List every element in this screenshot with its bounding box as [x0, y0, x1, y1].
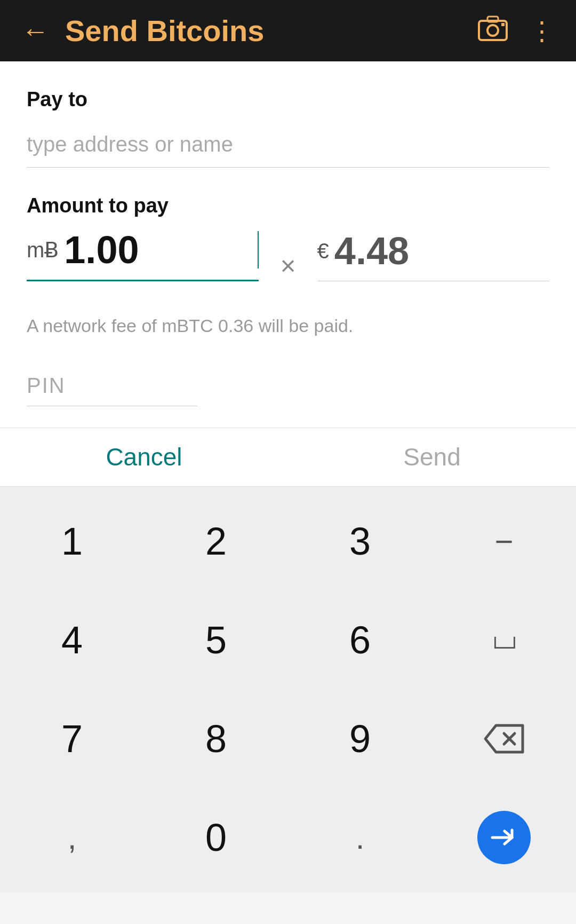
- fiat-value: 4.48: [334, 229, 409, 273]
- pay-to-section: Pay to: [27, 88, 549, 168]
- amount-row: mɃ 1.00 × € 4.48: [27, 228, 549, 281]
- key-enter[interactable]: [432, 788, 576, 887]
- amount-fiat-field: € 4.48: [317, 229, 549, 281]
- fiat-symbol: €: [317, 239, 329, 263]
- keyboard: 1 2 3 − 4 5 6 ⌴ 7 8 9 , 0 .: [0, 487, 576, 893]
- header-actions: ⋮: [478, 14, 555, 47]
- svg-point-1: [487, 25, 498, 36]
- text-cursor: [258, 231, 259, 268]
- fee-notice: A network fee of mBTC 0.36 will be paid.: [27, 313, 549, 339]
- pay-to-input[interactable]: [27, 122, 549, 168]
- key-9[interactable]: 9: [288, 690, 432, 788]
- amount-label: Amount to pay: [27, 194, 549, 217]
- key-period[interactable]: .: [288, 788, 432, 887]
- key-space[interactable]: ⌴: [432, 591, 576, 690]
- key-4[interactable]: 4: [0, 591, 144, 690]
- key-0[interactable]: 0: [144, 788, 288, 887]
- main-content: Pay to Amount to pay mɃ 1.00 × € 4.48 A …: [0, 61, 576, 428]
- header: ← Send Bitcoins ⋮: [0, 0, 576, 61]
- cancel-button[interactable]: Cancel: [0, 428, 288, 486]
- keyboard-row-1: 1 2 3 −: [0, 492, 576, 591]
- key-comma[interactable]: ,: [0, 788, 144, 887]
- key-dash[interactable]: −: [432, 492, 576, 591]
- key-backspace[interactable]: [432, 690, 576, 788]
- key-3[interactable]: 3: [288, 492, 432, 591]
- back-button[interactable]: ←: [21, 17, 49, 45]
- amount-crypto-field: mɃ 1.00: [27, 228, 259, 281]
- key-1[interactable]: 1: [0, 492, 144, 591]
- key-6[interactable]: 6: [288, 591, 432, 690]
- key-8[interactable]: 8: [144, 690, 288, 788]
- pin-section: [27, 366, 549, 406]
- send-button[interactable]: Send: [288, 428, 576, 486]
- key-7[interactable]: 7: [0, 690, 144, 788]
- keyboard-row-2: 4 5 6 ⌴: [0, 591, 576, 690]
- key-5[interactable]: 5: [144, 591, 288, 690]
- keyboard-row-4: , 0 .: [0, 788, 576, 887]
- camera-icon[interactable]: [478, 14, 508, 47]
- enter-button[interactable]: [477, 811, 531, 864]
- svg-rect-2: [487, 17, 498, 22]
- crypto-symbol: mɃ: [27, 238, 59, 262]
- pin-input[interactable]: [27, 366, 197, 406]
- amount-section: Amount to pay mɃ 1.00 × € 4.48: [27, 194, 549, 281]
- keyboard-row-3: 7 8 9: [0, 690, 576, 788]
- key-2[interactable]: 2: [144, 492, 288, 591]
- page-title: Send Bitcoins: [65, 13, 478, 48]
- more-options-icon[interactable]: ⋮: [529, 16, 555, 46]
- crypto-value[interactable]: 1.00: [64, 228, 257, 272]
- clear-amount-button[interactable]: ×: [269, 250, 306, 281]
- action-buttons: Cancel Send: [0, 428, 576, 487]
- svg-rect-3: [501, 23, 505, 26]
- pay-to-label: Pay to: [27, 88, 549, 111]
